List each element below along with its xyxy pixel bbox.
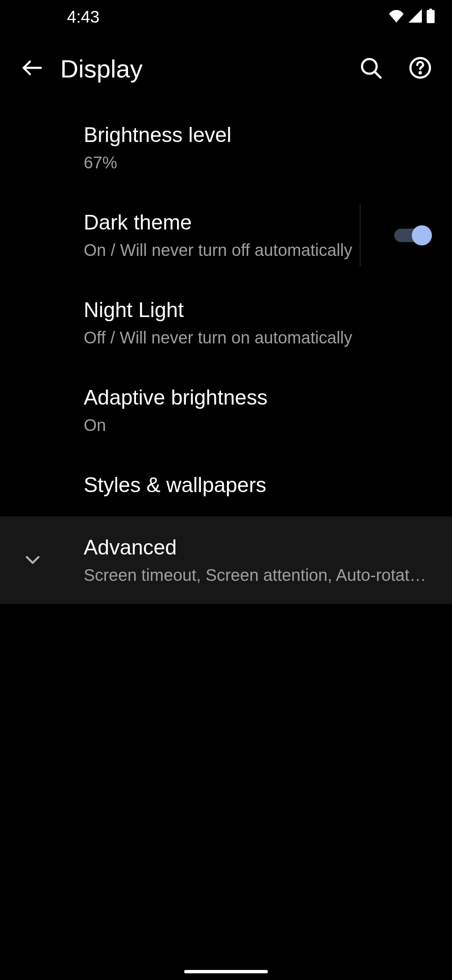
status-bar: 4:43 [0,0,452,34]
toggle-thumb [412,225,432,245]
separator-line [360,204,360,266]
search-button[interactable] [356,54,386,84]
status-time: 4:43 [67,8,100,26]
nav-pill [184,970,268,973]
setting-brightness-level[interactable]: Brightness level 67% [0,104,452,191]
setting-text: Brightness level 67% [84,121,368,174]
page-title: Display [60,54,356,83]
setting-text: Advanced Screen timeout, Screen attentio… [84,534,427,586]
setting-dark-theme[interactable]: Dark theme On / Will never turn off auto… [0,191,452,279]
setting-title: Adaptive brightness [84,384,368,411]
settings-list: Brightness level 67% Dark theme On / Wil… [0,104,452,604]
svg-point-6 [420,72,421,73]
setting-advanced[interactable]: Advanced Screen timeout, Screen attentio… [0,516,452,604]
setting-subtitle: On [84,414,368,436]
navigation-bar[interactable] [184,970,268,973]
setting-night-light[interactable]: Night Light Off / Will never turn on aut… [0,279,452,366]
app-bar-actions [356,54,435,84]
expand-button [18,545,48,575]
cellular-icon [408,9,422,24]
setting-subtitle: Off / Will never turn on automatically [84,326,368,349]
help-icon [408,56,432,81]
back-button[interactable] [17,54,47,84]
setting-text: Dark theme On / Will never turn off auto… [84,209,356,261]
app-bar: Display [0,34,452,104]
svg-line-4 [375,72,380,77]
wifi-icon [388,9,404,24]
setting-styles-wallpapers[interactable]: Styles & wallpapers [0,454,452,516]
arrow-back-icon [21,57,43,80]
setting-adaptive-brightness[interactable]: Adaptive brightness On [0,366,452,454]
setting-title: Night Light [84,297,368,324]
setting-text: Styles & wallpapers [84,472,368,499]
setting-text: Adaptive brightness On [84,384,368,436]
chevron-down-icon [23,549,43,571]
search-icon [359,56,383,81]
battery-icon [426,8,435,25]
setting-title: Brightness level [84,121,368,149]
setting-title: Styles & wallpapers [84,472,368,499]
svg-rect-0 [429,9,432,10]
setting-text: Night Light Off / Will never turn on aut… [84,297,368,349]
svg-rect-1 [427,10,435,23]
setting-subtitle: Screen timeout, Screen attention, Auto-r… [84,564,427,586]
setting-title: Dark theme [84,209,356,236]
status-icons [388,8,435,25]
help-button[interactable] [405,54,435,84]
setting-subtitle: 67% [84,151,368,174]
setting-title: Advanced [84,534,427,561]
setting-subtitle: On / Will never turn off automatically [84,239,356,261]
dark-theme-toggle[interactable] [394,225,431,245]
